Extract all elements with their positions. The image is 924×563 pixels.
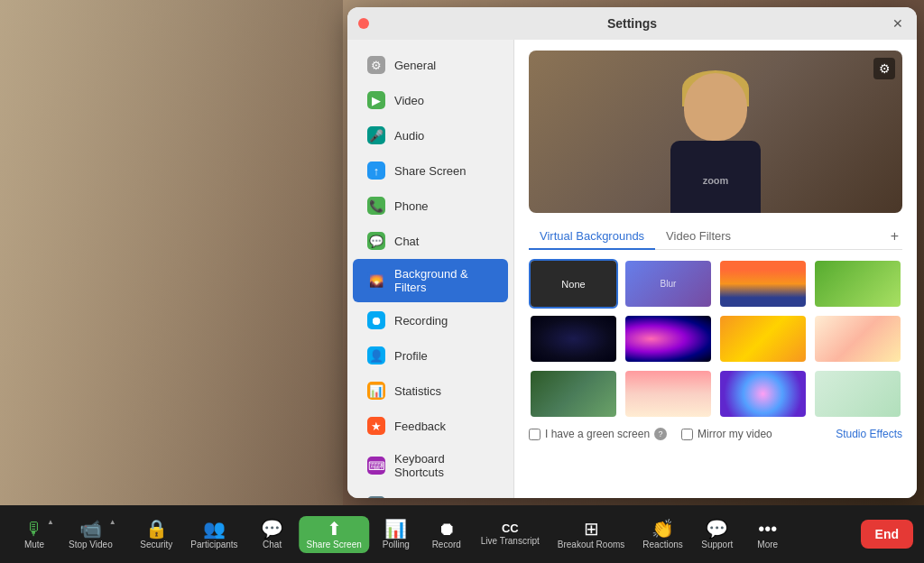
sidebar-item-general[interactable]: ⚙ General [353,48,508,82]
polling-button[interactable]: 📊 Polling [373,516,420,553]
background-grid: None Blur [529,259,902,419]
settings-sidebar: ⚙ General ▶ Video 🎤 Audio ↑ Share Screen… [347,40,514,498]
chat-button[interactable]: 💬 Chat [249,516,296,553]
bg-sunset-inner [625,371,711,417]
green-screen-checkbox[interactable] [529,429,541,440]
sidebar-label-keyboard: Keyboard Shortcuts [394,452,494,479]
sidebar-item-chat[interactable]: 💬 Chat [353,224,508,258]
polling-label: Polling [383,540,410,549]
sidebar-item-video[interactable]: ▶ Video [353,83,508,117]
recording-icon: ⏺ [367,311,385,329]
sidebar-label-background: Background & Filters [394,267,494,294]
more-label: More [757,540,778,549]
sidebar-item-accessibility[interactable]: ♿ Accessibility [353,488,508,498]
audio-icon: 🎤 [367,126,385,144]
breakout-rooms-icon: ⊞ [584,520,599,538]
live-transcript-button[interactable]: CC Live Transcript [474,519,547,549]
bg-option-pastel[interactable] [813,314,902,364]
studio-effects-link[interactable]: Studio Effects [836,428,902,440]
participants-button[interactable]: 👥 Participants [183,516,245,553]
bg-option-sunflower[interactable] [718,314,808,364]
sidebar-item-audio[interactable]: 🎤 Audio [353,118,508,152]
sidebar-item-feedback[interactable]: ★ Feedback [353,409,508,443]
bg-plants-inner [815,371,901,417]
security-icon: 🔒 [145,520,168,538]
bg-option-blur[interactable]: Blur [624,259,713,309]
feedback-icon: ★ [367,417,385,435]
stop-video-label: Stop Video [69,540,113,549]
phone-icon: 📞 [367,197,385,215]
mirror-video-checkbox-label[interactable]: Mirror my video [681,428,772,440]
tab-virtual-backgrounds[interactable]: Virtual Backgrounds [529,224,655,250]
sidebar-item-recording[interactable]: ⏺ Recording [353,303,508,337]
camera-settings-button[interactable]: ⚙ [873,58,895,79]
bg-option-bridge[interactable] [718,259,808,309]
mirror-video-checkbox[interactable] [681,429,693,440]
bg-pastel-inner [815,316,901,362]
end-call-button[interactable]: End [861,520,913,549]
profile-icon: 👤 [367,346,385,365]
sidebar-item-phone[interactable]: 📞 Phone [353,189,508,223]
add-background-button[interactable]: + [887,225,902,248]
background-icon: 🌄 [367,272,385,290]
share-screen-button[interactable]: ⬆ Share Screen [300,516,369,553]
more-icon: ••• [758,520,777,538]
green-screen-checkbox-label[interactable]: I have a green screen ? [529,428,667,440]
settings-body: ⚙ General ▶ Video 🎤 Audio ↑ Share Screen… [347,40,917,498]
green-screen-help-icon[interactable]: ? [654,428,667,440]
person-head [684,73,747,141]
person-body: zoom [670,141,761,213]
bg-option-none[interactable]: None [529,259,618,309]
mirror-video-label: Mirror my video [698,428,772,440]
window-close-button[interactable] [358,18,369,29]
tab-video-filters[interactable]: Video Filters [655,224,742,250]
security-button[interactable]: 🔒 Security [133,516,180,553]
sidebar-item-statistics[interactable]: 📊 Statistics [353,374,508,408]
sidebar-item-share-screen[interactable]: ↑ Share Screen [353,153,508,188]
sidebar-label-recording: Recording [394,314,448,328]
chat-label: Chat [263,540,282,549]
bg-none-inner: None [531,261,616,307]
bg-option-space[interactable] [529,314,618,364]
settings-titlebar: Settings ✕ [347,7,917,40]
reactions-label: Reactions [642,540,682,549]
bg-option-palm[interactable] [529,369,618,419]
mute-icon: 🎙 [25,520,43,538]
bg-blur-inner: Blur [625,261,711,307]
bg-sunflower-inner [720,316,806,362]
share-screen-icon: ↑ [367,162,385,180]
mute-button[interactable]: ▲ 🎙 Mute [11,516,58,553]
general-icon: ⚙ [367,56,385,74]
participants-icon: 👥 [203,520,226,538]
share-screen-label: Share Screen [307,540,362,549]
toolbar-left: ▲ 🎙 Mute ▲ 📹 Stop Video [11,516,120,553]
sidebar-label-profile: Profile [394,349,428,363]
record-button[interactable]: ⏺ Record [423,516,470,553]
record-label: Record [432,540,461,549]
camera-preview-inner: zoom [529,51,902,213]
sidebar-label-phone: Phone [394,199,429,213]
sidebar-item-background-filters[interactable]: 🌄 Background & Filters [353,259,508,302]
bg-option-sunset[interactable] [624,369,713,419]
settings-title: Settings [607,16,657,31]
reactions-button[interactable]: 👏 Reactions [635,516,689,553]
breakout-rooms-button[interactable]: ⊞ Breakout Rooms [550,516,632,553]
zoom-shirt-text: zoom [703,175,729,186]
sidebar-label-feedback: Feedback [394,420,446,433]
bg-palm-inner [531,371,616,417]
bg-option-colorful[interactable] [718,369,808,419]
stop-video-icon: 📹 [79,520,102,538]
sidebar-label-statistics: Statistics [394,384,441,398]
more-button[interactable]: ••• More [744,516,791,553]
settings-main-content: zoom ⚙ Virtual Backgrounds Video Filters… [514,40,917,498]
live-transcript-label: Live Transcript [481,536,540,546]
live-transcript-icon: CC [502,522,519,534]
stop-video-button[interactable]: ▲ 📹 Stop Video [61,516,120,553]
sidebar-item-profile[interactable]: 👤 Profile [353,338,508,373]
support-button[interactable]: 💬 Support [694,516,741,553]
bg-option-plants[interactable] [813,369,902,419]
bg-option-galaxy[interactable] [624,314,713,364]
sidebar-item-keyboard-shortcuts[interactable]: ⌨ Keyboard Shortcuts [353,444,508,487]
window-close-x-button[interactable]: ✕ [890,15,906,32]
bg-option-grass[interactable] [813,259,902,309]
